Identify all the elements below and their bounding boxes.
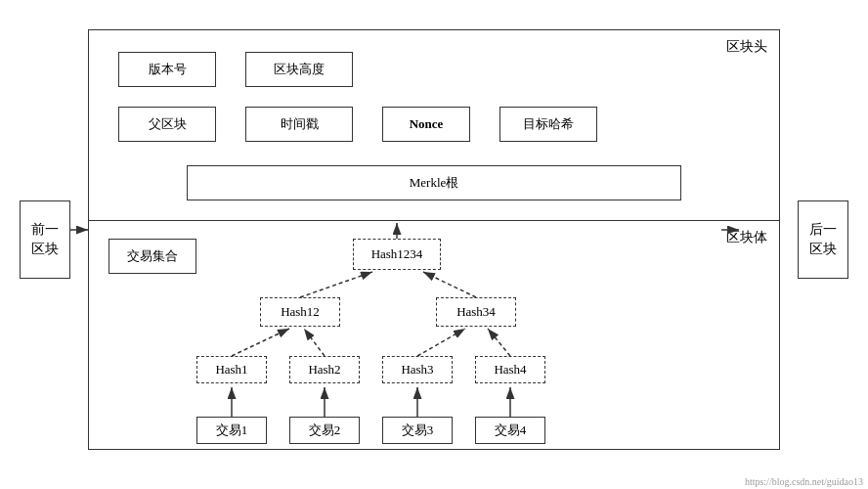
box-tx1: 交易1 <box>196 417 267 444</box>
arrow-hash4-hash34 <box>488 329 510 356</box>
box-timestamp: 时间戳 <box>245 107 353 142</box>
watermark: https://blog.csdn.net/guidao13 <box>745 476 863 487</box>
box-hash2: Hash2 <box>289 356 360 383</box>
arrow-hash12-hash1234 <box>300 272 372 297</box>
box-version: 版本号 <box>118 52 216 87</box>
box-hash4: Hash4 <box>475 356 545 383</box>
next-block: 后一 区块 <box>798 200 848 279</box>
box-target-hash: 目标哈希 <box>499 107 597 142</box>
arrow-hash2-hash12 <box>304 329 325 356</box>
box-tx2: 交易2 <box>289 417 360 444</box>
box-hash34: Hash34 <box>436 297 516 327</box>
box-height: 区块高度 <box>245 52 353 87</box>
prev-block-label: 前一 区块 <box>31 220 59 258</box>
prev-block: 前一 区块 <box>20 200 70 279</box>
block-body: 区块体 交易集合 Hash1234 Hash12 Hash34 Hash1 <box>89 221 779 449</box>
block-header: 区块头 版本号 区块高度 父区块 时间戳 Nonce 目标哈希 <box>89 30 779 221</box>
block-header-label: 区块头 <box>726 38 767 56</box>
arrow-hash1-hash12 <box>232 329 289 356</box>
box-merkle: Merkle根 <box>187 165 681 200</box>
box-hash3: Hash3 <box>382 356 453 383</box>
box-tx-set: 交易集合 <box>108 239 196 274</box>
block-body-label: 区块体 <box>726 229 767 246</box>
box-tx3: 交易3 <box>382 417 453 444</box>
box-hash1: Hash1 <box>196 356 267 383</box>
box-hash1234: Hash1234 <box>353 239 441 270</box>
box-hash12: Hash12 <box>260 297 340 327</box>
box-tx4: 交易4 <box>475 417 545 444</box>
box-nonce: Nonce <box>382 107 470 142</box>
arrow-hash34-hash1234 <box>423 272 476 297</box>
main-block: 区块头 版本号 区块高度 父区块 时间戳 Nonce 目标哈希 <box>88 29 780 450</box>
next-block-label: 后一 区块 <box>809 220 837 258</box>
box-parent: 父区块 <box>118 107 216 142</box>
arrow-hash3-hash34 <box>417 329 465 356</box>
diagram-container: 前一 区块 后一 区块 区块头 版本号 区块高度 父区块 时间戳 <box>20 20 848 460</box>
